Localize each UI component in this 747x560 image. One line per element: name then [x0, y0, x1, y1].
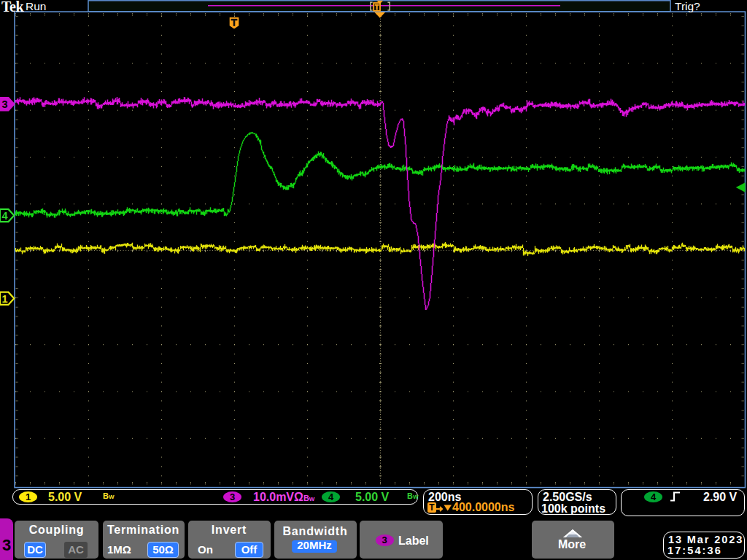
svg-text:4: 4 [1, 210, 7, 222]
svg-text:3: 3 [1, 98, 7, 110]
svg-text:1: 1 [1, 293, 7, 305]
